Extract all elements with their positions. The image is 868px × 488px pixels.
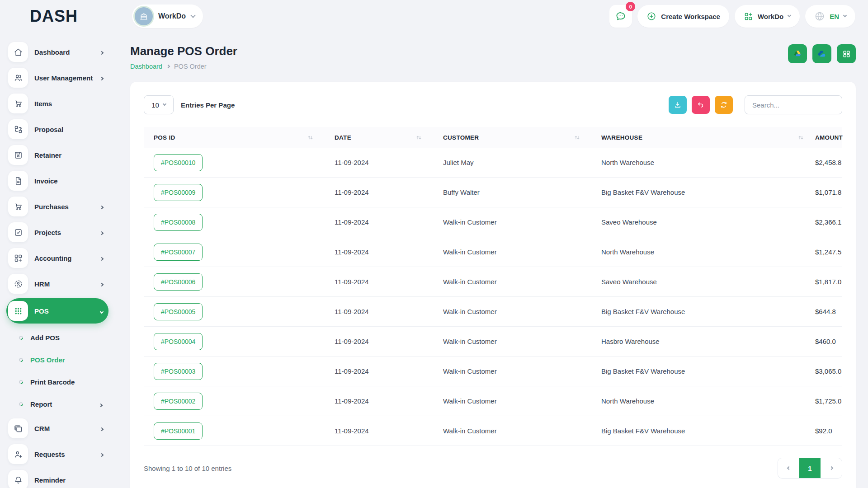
sidebar-item-items[interactable]: Items	[6, 92, 108, 115]
column-header-pos-id[interactable]: POS ID	[144, 134, 325, 141]
create-workspace-button[interactable]: Create Workspace	[637, 5, 729, 28]
bell-icon	[14, 475, 23, 485]
amount-cell: $644.8	[815, 308, 847, 315]
sidebar-item-accounting[interactable]: Accounting	[6, 247, 108, 269]
pagination-prev-button[interactable]	[778, 458, 799, 478]
pos-id-link[interactable]: #POS00004	[154, 333, 203, 350]
date-cell: 11-09-2024	[325, 248, 433, 256]
language-selector[interactable]: EN	[805, 5, 855, 28]
chevron-right-icon	[99, 403, 103, 407]
breadcrumb: Dashboard POS Order	[130, 63, 237, 70]
pos-id-link[interactable]: #POS00010	[154, 154, 203, 171]
warehouse-cell: Big Basket F&V Warehouse	[591, 367, 815, 375]
chevron-down-icon	[190, 13, 195, 18]
entries-per-page-value: 10	[151, 101, 159, 109]
table-row: #POS00008 11-09-2024 Walk-in Customer Sa…	[144, 207, 842, 237]
amount-cell: $460.0	[815, 338, 847, 345]
person-plus-icon	[14, 450, 23, 459]
cart-icon	[14, 99, 23, 108]
column-header-date[interactable]: DATE	[325, 134, 433, 141]
swap-boxes-icon	[14, 125, 23, 134]
chevron-right-icon	[100, 427, 104, 431]
top-header: DASH WorkDo 0 Create Workspace WorkDo	[0, 0, 868, 33]
undo-icon	[697, 101, 705, 109]
sidebar-item-invoice[interactable]: Invoice	[6, 169, 108, 192]
check-square-icon	[14, 228, 23, 237]
search-input[interactable]	[745, 95, 842, 114]
pagination-next-button[interactable]	[821, 458, 842, 478]
export-button[interactable]	[669, 96, 687, 114]
messages-button[interactable]: 0	[609, 5, 632, 28]
pos-id-link[interactable]: #POS00009	[154, 184, 203, 201]
chevron-right-icon	[166, 65, 170, 68]
pagination-page-1[interactable]: 1	[799, 458, 821, 478]
home-icon	[14, 47, 23, 57]
amount-cell: $2,458.8	[815, 159, 852, 166]
table-row: #POS00002 11-09-2024 Walk-in Customer No…	[144, 386, 842, 416]
amount-cell: $3,065.0	[815, 367, 852, 375]
date-cell: 11-09-2024	[325, 427, 433, 435]
app-menu-button[interactable]: WorkDo	[735, 5, 800, 28]
customer-cell: Walk-in Customer	[433, 308, 591, 315]
pos-id-link[interactable]: #POS00008	[154, 214, 203, 231]
sidebar-item-user-management[interactable]: User Management	[6, 66, 108, 89]
customer-cell: Buffy Walter	[433, 188, 591, 196]
pos-id-link[interactable]: #POS00007	[154, 244, 203, 261]
onedrive-icon	[817, 49, 827, 59]
sidebar-item-crm[interactable]: CRM	[6, 417, 108, 440]
sidebar-subitem-report[interactable]: Report	[6, 393, 108, 415]
sidebar-subitem-add-pos[interactable]: Add POS	[6, 327, 108, 349]
column-header-warehouse[interactable]: WAREHOUSE	[591, 134, 815, 141]
pos-id-link[interactable]: #POS00002	[154, 393, 203, 410]
onedrive-button[interactable]	[812, 44, 831, 63]
bullet-icon	[18, 401, 24, 407]
brand-logo[interactable]: DASH	[30, 8, 132, 24]
chevron-right-icon	[100, 453, 104, 457]
sidebar-item-requests[interactable]: Requests	[6, 443, 108, 465]
globe-icon	[814, 11, 825, 22]
page-header: Manage POS Order Dashboard POS Order	[130, 44, 856, 70]
entries-per-page-label: Entries Per Page	[181, 101, 235, 109]
workspace-name: WorkDo	[158, 12, 186, 20]
column-header-amount[interactable]: AMOUNT	[815, 134, 854, 141]
sidebar-subitem-print-barcode[interactable]: Print Barcode	[6, 371, 108, 393]
pos-order-table: POS ID DATE CUSTOMER WAREHOUSE	[144, 127, 842, 446]
person-circle-icon	[14, 279, 23, 289]
sidebar-item-pos[interactable]: POS	[6, 298, 108, 324]
google-drive-button[interactable]	[788, 44, 807, 63]
chevron-right-icon	[100, 257, 104, 261]
sort-icon	[797, 134, 804, 141]
pos-id-link[interactable]: #POS00006	[154, 273, 203, 291]
bullet-icon	[18, 357, 24, 363]
messages-count-badge: 0	[626, 2, 635, 11]
sidebar-item-retainer[interactable]: Retainer	[6, 144, 108, 166]
workspace-selector[interactable]: WorkDo	[132, 5, 203, 28]
table-row: #POS00010 11-09-2024 Juliet May North Wa…	[144, 148, 842, 178]
sidebar-subitem-pos-order[interactable]: POS Order	[6, 349, 108, 371]
google-drive-icon	[793, 49, 802, 58]
refresh-button[interactable]	[715, 96, 733, 114]
floppy-icon	[14, 150, 23, 160]
sidebar-item-purchases[interactable]: Purchases	[6, 195, 108, 218]
date-cell: 11-09-2024	[325, 218, 433, 226]
sidebar-item-hrm[interactable]: HRM	[6, 272, 108, 295]
pos-id-link[interactable]: #POS00003	[154, 363, 203, 380]
sort-icon	[415, 134, 422, 141]
sidebar-item-dashboard[interactable]: Dashboard	[6, 41, 108, 63]
sidebar-item-reminder[interactable]: Reminder	[6, 469, 108, 488]
breadcrumb-dashboard-link[interactable]: Dashboard	[130, 63, 162, 70]
pos-order-card: 10 Entries Per Page	[130, 82, 856, 488]
sort-icon	[307, 134, 314, 141]
entries-per-page-select[interactable]: 10	[144, 95, 174, 114]
table-header-row: POS ID DATE CUSTOMER WAREHOUSE	[144, 127, 842, 148]
pos-id-link[interactable]: #POS00001	[154, 422, 203, 440]
chat-icon	[615, 10, 627, 22]
grid-view-button[interactable]	[837, 44, 856, 63]
sidebar-item-proposal[interactable]: Proposal	[6, 118, 108, 141]
table-row: #POS00007 11-09-2024 Walk-in Customer No…	[144, 237, 842, 267]
column-header-customer[interactable]: CUSTOMER	[433, 134, 591, 141]
table-footer: Showing 1 to 10 of 10 entries 1	[144, 458, 842, 479]
pos-id-link[interactable]: #POS00005	[154, 303, 203, 320]
reset-button[interactable]	[692, 96, 710, 114]
sidebar-item-projects[interactable]: Projects	[6, 221, 108, 244]
